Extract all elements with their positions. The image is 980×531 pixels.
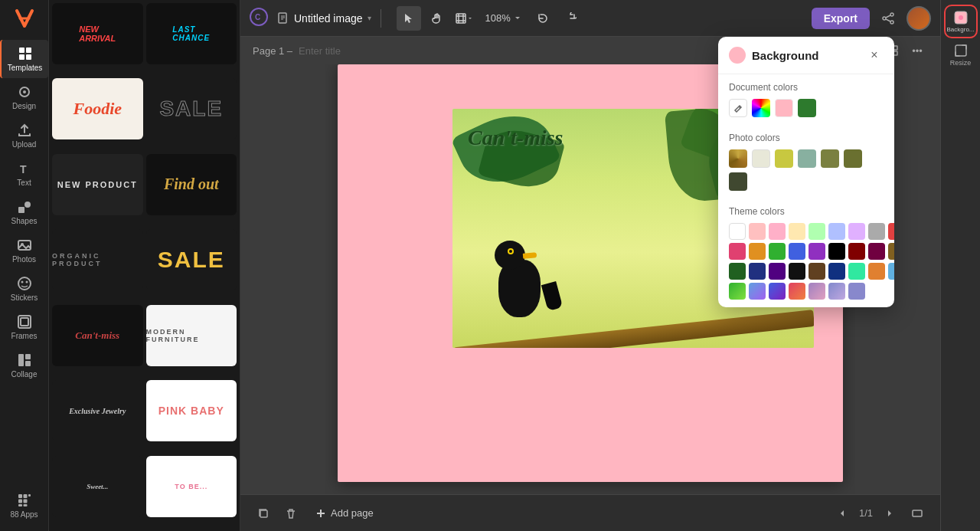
share-icon[interactable] xyxy=(876,6,900,31)
sidebar-item-photos[interactable]: Photos xyxy=(0,231,48,270)
template-new-product[interactable]: NEW PRODUCT xyxy=(52,154,143,215)
theme-swatch-2[interactable] xyxy=(769,223,786,240)
theme-swatch-16[interactable] xyxy=(868,243,885,260)
theme-swatch-20[interactable] xyxy=(769,263,786,280)
theme-swatch-11[interactable] xyxy=(769,243,786,260)
canva-logo: C xyxy=(250,8,268,29)
user-avatar[interactable] xyxy=(906,6,931,31)
sidebar-item-apps[interactable]: 88 Apps xyxy=(0,487,48,525)
theme-swatch-19[interactable] xyxy=(749,263,766,280)
expand-pages-button[interactable] xyxy=(906,503,928,524)
photo-colors-label: Photo colors xyxy=(729,133,884,143)
prev-page-button[interactable] xyxy=(831,503,853,524)
theme-swatch-7[interactable] xyxy=(868,223,885,240)
theme-swatch-14[interactable] xyxy=(828,243,845,260)
theme-swatch-32[interactable] xyxy=(828,283,845,300)
delete-page-button[interactable] xyxy=(280,503,302,524)
document-title[interactable]: Untitled image ▾ xyxy=(277,12,371,25)
photo-color-4[interactable] xyxy=(821,149,839,168)
photo-color-6[interactable] xyxy=(729,172,747,191)
theme-swatch-27[interactable] xyxy=(729,283,746,300)
template-cantmiss[interactable]: Can't-miss xyxy=(52,305,143,366)
svg-rect-3 xyxy=(26,54,31,60)
theme-swatch-24[interactable] xyxy=(848,263,865,280)
more-options-button[interactable]: ••• xyxy=(906,40,928,61)
photo-color-5[interactable] xyxy=(844,149,862,168)
theme-swatch-5[interactable] xyxy=(828,223,845,240)
theme-swatch-23[interactable] xyxy=(828,263,845,280)
sidebar-item-collage[interactable]: Collage xyxy=(0,346,48,385)
theme-swatch-15[interactable] xyxy=(848,243,865,260)
zoom-control[interactable]: 108% xyxy=(479,9,528,27)
theme-swatch-3[interactable] xyxy=(789,223,805,240)
svg-rect-45 xyxy=(913,510,922,516)
next-page-button[interactable] xyxy=(879,503,900,524)
sidebar-item-frames[interactable]: Frames xyxy=(0,308,48,346)
sidebar-item-templates[interactable]: Templates xyxy=(0,40,48,78)
svg-rect-1 xyxy=(26,48,31,53)
theme-swatch-8[interactable] xyxy=(888,223,894,240)
export-button[interactable]: Export xyxy=(812,8,870,29)
theme-swatch-21[interactable] xyxy=(789,263,805,280)
resize-tool[interactable]: Resize xyxy=(946,40,976,70)
template-sale-outline[interactable]: SALE xyxy=(146,78,237,139)
theme-swatch-1[interactable] xyxy=(749,223,766,240)
frame-selector[interactable] xyxy=(452,6,476,31)
template-extra-1[interactable]: Sweet... xyxy=(52,456,143,517)
panel-close-button[interactable]: × xyxy=(865,46,884,64)
edit-color-button[interactable] xyxy=(729,99,747,117)
photo-color-3[interactable] xyxy=(798,149,816,168)
theme-swatch-6[interactable] xyxy=(848,223,865,240)
theme-swatch-0[interactable] xyxy=(729,223,746,240)
redo-button[interactable] xyxy=(558,6,583,31)
theme-swatch-13[interactable] xyxy=(808,243,825,260)
template-last-chance[interactable]: LASTCHANCE xyxy=(146,3,237,64)
theme-swatch-30[interactable] xyxy=(789,283,805,300)
theme-swatch-4[interactable] xyxy=(808,223,825,240)
theme-swatch-31[interactable] xyxy=(808,283,825,300)
background-tool-icon xyxy=(954,11,968,25)
theme-colors-grid xyxy=(729,223,884,300)
sidebar-item-upload[interactable]: Upload xyxy=(0,116,48,155)
hand-tool[interactable] xyxy=(424,6,449,31)
sidebar-item-text[interactable]: T Text xyxy=(0,155,48,193)
cursor-tool[interactable] xyxy=(397,6,421,31)
photo-color-2[interactable] xyxy=(775,149,793,168)
page-title-input[interactable] xyxy=(299,45,427,57)
theme-swatch-12[interactable] xyxy=(789,243,805,260)
doc-color-pink[interactable] xyxy=(775,99,793,117)
theme-swatch-10[interactable] xyxy=(749,243,766,260)
theme-colors-section: Theme colors xyxy=(718,198,894,307)
sidebar-item-shapes[interactable]: Shapes xyxy=(0,193,48,231)
svg-rect-16 xyxy=(18,354,24,366)
theme-swatch-9[interactable] xyxy=(729,243,746,260)
template-find-out[interactable]: Find out xyxy=(146,154,237,215)
multicolor-swatch[interactable] xyxy=(752,99,770,117)
theme-swatch-22[interactable] xyxy=(808,263,825,280)
theme-swatch-17[interactable] xyxy=(888,243,894,260)
template-pink-baby[interactable]: PINK BABY xyxy=(146,380,237,441)
theme-swatch-28[interactable] xyxy=(749,283,766,300)
photo-color-1[interactable] xyxy=(752,149,770,168)
add-page-button[interactable]: Add page xyxy=(308,504,381,522)
template-organic[interactable]: ORGANIC PRODUCT xyxy=(52,229,143,290)
template-sale-yellow[interactable]: SALE xyxy=(146,229,237,290)
template-modern-furniture[interactable]: MODERN FURNITURE xyxy=(146,305,237,366)
photo-color-bird[interactable] xyxy=(729,149,747,168)
template-new-arrival[interactable]: NEWARRIVAL xyxy=(52,3,143,64)
theme-swatch-18[interactable] xyxy=(729,263,746,280)
template-foodie[interactable]: Foodie xyxy=(52,78,143,139)
theme-swatch-25[interactable] xyxy=(868,263,885,280)
sidebar-item-stickers[interactable]: Stickers xyxy=(0,270,48,308)
template-extra-2[interactable]: TO BE... xyxy=(146,456,237,517)
copy-page-button[interactable] xyxy=(253,503,274,524)
theme-swatch-26[interactable] xyxy=(888,263,894,280)
undo-button[interactable] xyxy=(531,6,555,31)
theme-swatch-33[interactable] xyxy=(848,283,865,300)
background-tool[interactable]: Backgro... xyxy=(946,6,976,37)
sidebar-item-design[interactable]: Design xyxy=(0,78,48,116)
template-exclusive[interactable]: Exclusive Jewelry xyxy=(52,380,143,441)
canvas-text-overlay[interactable]: Can't-miss xyxy=(468,126,563,150)
doc-color-green[interactable] xyxy=(798,99,816,117)
theme-swatch-29[interactable] xyxy=(769,283,786,300)
